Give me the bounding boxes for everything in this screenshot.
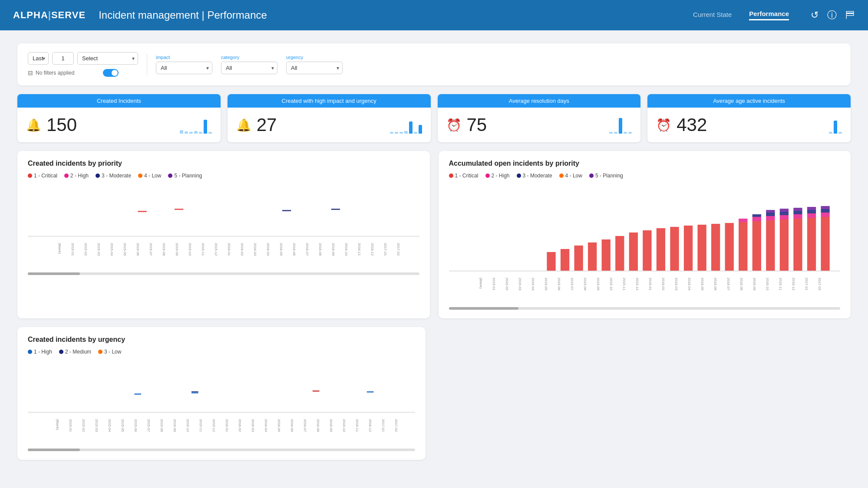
chart-priority-svg xyxy=(28,185,419,237)
svg-text:2016-08: 2016-08 xyxy=(739,278,743,291)
acc-legend-low: 4 - Low xyxy=(559,173,582,179)
svg-rect-49 xyxy=(752,221,761,271)
kpi-high-impact-title: Created with high impact and urgency xyxy=(228,94,431,108)
category-select[interactable]: All xyxy=(221,62,277,74)
info-icon[interactable]: ⓘ xyxy=(827,9,837,22)
kpi-avg-age-chart xyxy=(829,116,842,134)
svg-text:2015-09: 2015-09 xyxy=(596,278,600,291)
svg-rect-38 xyxy=(615,236,624,271)
legend-dot-low xyxy=(138,174,142,178)
svg-rect-3 xyxy=(282,210,291,211)
kpi-avg-resolution-body: ⏰ 75 xyxy=(438,108,641,142)
kpi-row: Created Incidents 🔔 150 Created with hig… xyxy=(17,94,851,142)
urg-legend-low: 3 - Low xyxy=(98,349,121,355)
svg-text:2016-12: 2016-12 xyxy=(791,278,795,291)
svg-rect-59 xyxy=(779,209,788,212)
period-select-wrapper: Last First xyxy=(28,52,49,65)
chart-priority-scrollbar[interactable] xyxy=(28,272,419,275)
svg-rect-45 xyxy=(711,224,720,271)
svg-rect-67 xyxy=(807,207,815,210)
svg-rect-70 xyxy=(821,209,829,213)
legend-moderate: 3 - Moderate xyxy=(96,173,131,179)
acc-legend-label-moderate: 3 - Moderate xyxy=(523,173,552,179)
nav-current-state[interactable]: Current State xyxy=(693,11,732,20)
urgency-select[interactable]: All xyxy=(286,62,343,74)
kpi-created-incidents: Created Incidents 🔔 150 xyxy=(17,94,221,142)
svg-rect-1 xyxy=(138,211,147,212)
svg-text:2015-07: 2015-07 xyxy=(147,419,151,432)
svg-text:2016-06: 2016-06 xyxy=(290,419,294,432)
chart-priority-xlabels: (Blank) 2015-01 2015-02 2015-03 2015-04 … xyxy=(28,239,419,269)
svg-rect-58 xyxy=(779,212,788,215)
acc-legend-label-high: 2 - High xyxy=(492,173,510,179)
period-select[interactable]: Last First xyxy=(28,52,49,65)
period-value-input[interactable] xyxy=(52,52,74,65)
svg-text:2016-10: 2016-10 xyxy=(344,243,348,256)
svg-rect-51 xyxy=(752,214,761,217)
svg-text:2015-02: 2015-02 xyxy=(82,419,86,432)
urg-legend-label-medium: 2 - Medium xyxy=(65,349,91,355)
chart-urgency-title: Created incidents by urgency xyxy=(28,336,415,344)
svg-rect-39 xyxy=(629,233,637,271)
filter-toggle[interactable] xyxy=(103,69,119,77)
refresh-icon[interactable]: ↺ xyxy=(811,10,818,21)
legend-low: 4 - Low xyxy=(138,173,161,179)
svg-text:2015-06: 2015-06 xyxy=(557,278,561,291)
svg-rect-35 xyxy=(574,246,583,271)
svg-text:2016-03: 2016-03 xyxy=(253,243,257,256)
svg-text:2015-09: 2015-09 xyxy=(175,243,179,256)
period-unit-select[interactable]: Select Days Weeks Months Years xyxy=(77,52,138,65)
chart-priority-panel: Created incidents by priority 1 - Critic… xyxy=(17,151,430,318)
svg-rect-57 xyxy=(779,215,788,219)
kpi-high-impact-value: 27 xyxy=(257,115,385,135)
svg-rect-66 xyxy=(807,210,815,213)
svg-text:2015-10: 2015-10 xyxy=(186,419,190,432)
svg-rect-54 xyxy=(766,213,775,216)
urg-legend-dot-high xyxy=(28,350,32,354)
svg-text:2015-03: 2015-03 xyxy=(518,278,521,291)
svg-text:2016-04: 2016-04 xyxy=(264,419,268,432)
svg-rect-4 xyxy=(331,209,340,210)
svg-text:2016-03: 2016-03 xyxy=(251,419,255,432)
svg-text:2016-08: 2016-08 xyxy=(318,243,322,256)
acc-legend-dot-critical xyxy=(449,174,453,178)
impact-select[interactable]: All 1-High 2-Medium 3-Low xyxy=(156,62,212,74)
svg-text:2016-03: 2016-03 xyxy=(674,278,678,291)
svg-rect-53 xyxy=(766,216,775,220)
kpi-created-incidents-value: 150 xyxy=(46,115,175,135)
svg-rect-40 xyxy=(643,230,651,271)
svg-rect-102 xyxy=(191,391,198,392)
category-filter: category All xyxy=(221,55,277,74)
chart-urgency-scrollbar-thumb[interactable] xyxy=(28,449,80,451)
legend-critical: 1 - Critical xyxy=(28,173,57,179)
svg-text:2016-05: 2016-05 xyxy=(279,243,283,256)
period-filter-group: Last First Select Days Weeks Months Year… xyxy=(28,52,138,77)
svg-text:2015-11: 2015-11 xyxy=(201,243,205,256)
filter-icon[interactable]: ⛿ xyxy=(845,10,855,21)
kpi-high-impact-icon: 🔔 xyxy=(236,118,251,132)
chart-priority-scrollbar-thumb[interactable] xyxy=(28,272,80,275)
legend-dot-planning xyxy=(168,174,172,178)
impact-select-wrapper: All 1-High 2-Medium 3-Low xyxy=(156,62,212,74)
kpi-avg-resolution-chart xyxy=(609,116,632,134)
chart-priority-title: Created incidents by priority xyxy=(28,160,419,167)
acc-legend-moderate: 3 - Moderate xyxy=(517,173,552,179)
chart-accumulated-svg xyxy=(449,185,841,272)
chart-accumulated-panel: Accumulated open incidents by priority 1… xyxy=(439,151,851,318)
svg-text:2015-05: 2015-05 xyxy=(123,243,127,256)
svg-text:2015-10: 2015-10 xyxy=(188,243,192,256)
header-nav: Current State Performance xyxy=(693,10,789,20)
chart-urgency-scrollbar[interactable] xyxy=(28,449,415,451)
nav-performance[interactable]: Performance xyxy=(749,10,789,20)
legend-dot-moderate xyxy=(96,174,100,178)
svg-text:2015-02: 2015-02 xyxy=(84,243,88,256)
chart-accumulated-scrollbar[interactable] xyxy=(449,307,841,310)
svg-text:2015-05: 2015-05 xyxy=(121,419,125,432)
svg-text:2016-01: 2016-01 xyxy=(648,278,652,291)
svg-rect-41 xyxy=(656,228,665,271)
svg-rect-47 xyxy=(739,222,747,271)
svg-text:2016-10: 2016-10 xyxy=(765,278,769,291)
chart-accumulated-scrollbar-thumb[interactable] xyxy=(449,307,518,310)
chart-accumulated-xlabel-svg: (Blank) 2015-01 2015-02 2015-03 2015-04 … xyxy=(449,273,841,304)
app-logo: ALPHA|SERVE xyxy=(13,10,86,21)
